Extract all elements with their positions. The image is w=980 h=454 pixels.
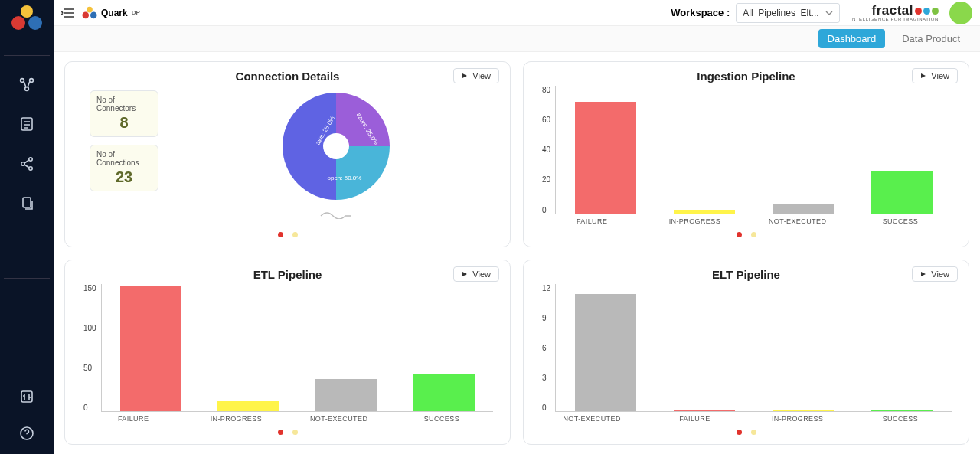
sidebar-toggle-icon[interactable] <box>58 4 77 22</box>
divider <box>4 55 50 56</box>
topbar: QuarkDP Workspace : All_Pipelines_Elt...… <box>54 0 980 26</box>
card-title: Connection Details <box>76 70 499 83</box>
workspace-select[interactable]: All_Pipelines_Elt... <box>736 3 839 23</box>
divider <box>4 278 50 279</box>
svg-rect-11 <box>21 391 32 402</box>
view-button[interactable]: View <box>912 68 958 83</box>
brand-mini: QuarkDP <box>81 6 140 20</box>
svg-point-2 <box>28 16 42 30</box>
dashboard-grid: Connection Details View No of Connectors… <box>54 52 980 454</box>
copy-icon[interactable] <box>15 192 38 215</box>
card-title: ELT Pipeline <box>534 268 958 281</box>
elt-bar-chart: 129630NOT-EXECUTEDFAILUREIN-PROGRESSSUCC… <box>534 281 958 423</box>
view-button[interactable]: View <box>453 68 499 83</box>
play-icon <box>920 271 928 277</box>
card-elt: ELT Pipeline View 129630NOT-EXECUTEDFAIL… <box>523 260 969 446</box>
svg-point-7 <box>21 162 24 165</box>
svg-rect-10 <box>23 198 31 207</box>
stat-connectors: No of Connectors 8 <box>90 90 158 137</box>
share-icon[interactable] <box>15 152 38 175</box>
svg-point-9 <box>29 167 32 170</box>
etl-bar-chart: 150100500FAILUREIN-PROGRESSNOT-EXECUTEDS… <box>76 281 499 423</box>
avatar[interactable] <box>949 2 972 24</box>
settings-sliders-icon[interactable] <box>15 385 38 408</box>
play-icon <box>462 271 469 277</box>
stat-connections: No of Connections 23 <box>90 145 158 191</box>
carousel-dots[interactable] <box>76 225 499 240</box>
subbar: Dashboard Data Product <box>54 26 980 52</box>
legend-squiggle-icon <box>319 208 353 219</box>
chevron-down-icon <box>825 9 833 17</box>
card-ingestion: Ingestion Pipeline View 806040200FAILURE… <box>523 61 969 247</box>
card-connection-details: Connection Details View No of Connectors… <box>64 61 511 247</box>
svg-point-1 <box>11 16 25 30</box>
carousel-dots[interactable] <box>534 225 958 240</box>
play-icon <box>462 73 469 79</box>
card-title: ETL Pipeline <box>76 268 499 281</box>
company-logo: fractal INTELLIGENCE FOR IMAGINATION <box>851 4 939 21</box>
left-nav-rail <box>0 0 54 454</box>
svg-point-0 <box>21 5 33 18</box>
help-icon[interactable] <box>15 422 38 445</box>
document-icon[interactable] <box>15 113 38 136</box>
tab-dashboard[interactable]: Dashboard <box>818 29 886 48</box>
play-icon <box>920 73 928 79</box>
svg-point-14 <box>82 11 89 18</box>
workspace-value: All_Pipelines_Elt... <box>743 8 818 18</box>
carousel-dots[interactable] <box>76 423 499 438</box>
connection-donut-chart: aws: 25.0%azure: 25.0%open: 50.0% <box>279 89 394 204</box>
app-logo <box>5 3 48 34</box>
workspace-label: Workspace : <box>671 7 730 18</box>
pipeline-icon[interactable] <box>15 73 38 96</box>
card-title: Ingestion Pipeline <box>534 70 958 83</box>
tab-data-product[interactable]: Data Product <box>893 29 969 48</box>
card-etl: ETL Pipeline View 150100500FAILUREIN-PRO… <box>64 260 511 446</box>
brand-suffix: DP <box>132 9 140 16</box>
brand-name: Quark <box>101 8 128 18</box>
svg-point-15 <box>90 11 97 18</box>
view-button[interactable]: View <box>912 266 958 282</box>
svg-point-8 <box>29 158 32 161</box>
svg-point-13 <box>87 6 93 12</box>
view-button[interactable]: View <box>453 266 499 282</box>
svg-point-5 <box>25 87 29 91</box>
ingestion-bar-chart: 806040200FAILUREIN-PROGRESSNOT-EXECUTEDS… <box>534 83 958 225</box>
carousel-dots[interactable] <box>534 423 958 438</box>
